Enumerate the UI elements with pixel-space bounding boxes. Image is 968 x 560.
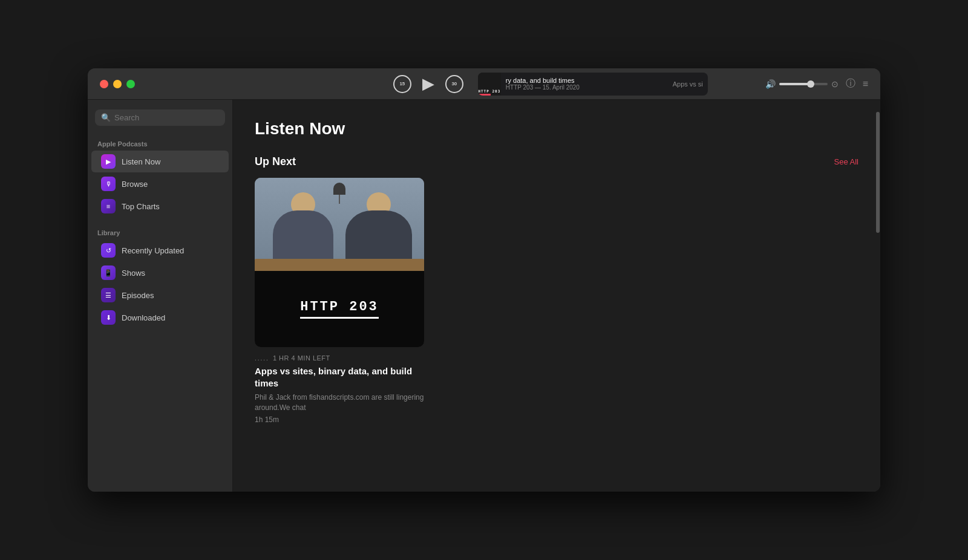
- volume-fill: [779, 83, 811, 85]
- episodes-label: Episodes: [122, 291, 154, 300]
- downloaded-icon: ⬇: [101, 310, 116, 325]
- episode-thumbnail: HTTP 203: [255, 178, 424, 347]
- volume-area: 🔊 ⊙: [765, 79, 839, 89]
- scrollbar-track[interactable]: [875, 100, 880, 492]
- forward-label: 30: [451, 81, 457, 86]
- episode-duration: 1h 15m: [255, 415, 424, 424]
- browse-icon: 🎙: [101, 177, 116, 191]
- np-subtitle: HTTP 203 — 15. April 2020: [506, 84, 668, 91]
- listen-now-label: Listen Now: [122, 157, 160, 166]
- up-next-section-header: Up Next See All: [255, 155, 858, 168]
- queue-icon[interactable]: ≡: [863, 79, 868, 90]
- sidebar: 🔍 Apple Podcasts ▶ Listen Now 🎙 Browse ≡: [88, 100, 233, 492]
- search-box[interactable]: 🔍: [95, 109, 225, 126]
- see-all-button[interactable]: See All: [834, 157, 858, 166]
- maximize-button[interactable]: [126, 80, 135, 88]
- browse-label: Browse: [122, 180, 148, 189]
- episode-card[interactable]: HTTP 203 ..... 1 HR 4 MIN LEFT Apps vs s…: [255, 178, 424, 424]
- shows-label: Shows: [122, 269, 145, 278]
- playback-controls: 15 ▶ 30: [393, 74, 463, 93]
- sidebar-item-episodes[interactable]: ☰ Episodes: [91, 284, 229, 306]
- airplay-icon[interactable]: ⊙: [831, 79, 839, 89]
- top-charts-label: Top Charts: [122, 202, 160, 211]
- sidebar-item-top-charts[interactable]: ≡ Top Charts: [91, 195, 229, 217]
- play-button[interactable]: ▶: [422, 74, 434, 93]
- episode-description: Phil & Jack from fishandscripts.com are …: [255, 392, 424, 413]
- titlebar-center: 15 ▶ 30 HTTP 203 ry data: [336, 73, 765, 96]
- listen-now-icon: ▶: [101, 154, 116, 169]
- sidebar-item-downloaded[interactable]: ⬇ Downloaded: [91, 307, 229, 328]
- close-button[interactable]: [100, 80, 108, 88]
- traffic-lights: [88, 80, 336, 88]
- search-input[interactable]: [114, 113, 219, 122]
- info-icon[interactable]: ⓘ: [846, 77, 855, 90]
- volume-slider[interactable]: [779, 83, 828, 85]
- episode-meta: ..... 1 HR 4 MIN LEFT: [255, 354, 424, 362]
- search-icon: 🔍: [101, 113, 111, 122]
- rewind-button[interactable]: 15: [393, 75, 411, 93]
- np-title: ry data, and build times: [506, 77, 668, 84]
- sidebar-item-listen-now[interactable]: ▶ Listen Now: [91, 151, 229, 172]
- now-playing-widget[interactable]: HTTP 203 ry data, and build times HTTP 2…: [478, 73, 708, 96]
- rewind-label: 15: [399, 81, 405, 86]
- titlebar: 15 ▶ 30 HTTP 203 ry data: [88, 68, 880, 100]
- sidebar-item-recently-updated[interactable]: ↺ Recently Updated: [91, 239, 229, 261]
- page-title: Listen Now: [255, 119, 858, 138]
- np-show-code: HTTP 203: [478, 89, 500, 93]
- episode-time-left: 1 HR 4 MIN LEFT: [273, 354, 330, 362]
- recently-updated-label: Recently Updated: [122, 246, 184, 255]
- episode-title[interactable]: Apps vs sites, binary data, and build ti…: [255, 365, 424, 389]
- episode-dots: .....: [255, 355, 269, 362]
- downloaded-label: Downloaded: [122, 313, 165, 322]
- forward-button[interactable]: 30: [445, 75, 463, 93]
- main-area: 🔍 Apple Podcasts ▶ Listen Now 🎙 Browse ≡: [88, 100, 880, 492]
- episodes-icon: ☰: [101, 288, 116, 302]
- recently-updated-icon: ↺: [101, 243, 116, 258]
- now-playing-info: ry data, and build times HTTP 203 — 15. …: [501, 77, 673, 91]
- sidebar-item-browse[interactable]: 🎙 Browse: [91, 173, 229, 195]
- now-playing-thumbnail: HTTP 203: [478, 73, 501, 96]
- volume-icon: 🔊: [765, 79, 776, 89]
- progress-bar: [478, 94, 491, 96]
- show-logo: HTTP 203: [300, 299, 379, 319]
- sidebar-item-shows[interactable]: 📱 Shows: [91, 262, 229, 284]
- apple-podcasts-section: Apple Podcasts: [88, 135, 232, 150]
- library-section: Library: [88, 224, 232, 239]
- shows-icon: 📱: [101, 265, 116, 280]
- minimize-button[interactable]: [113, 80, 122, 88]
- top-charts-icon: ≡: [101, 199, 116, 213]
- volume-thumb: [807, 80, 814, 88]
- main-content: Listen Now Up Next See All: [233, 100, 880, 492]
- titlebar-right: 🔊 ⊙ ⓘ ≡: [765, 77, 880, 90]
- scrollbar-thumb: [876, 112, 880, 233]
- up-next-title: Up Next: [255, 155, 296, 168]
- np-next: Apps vs si: [673, 80, 708, 88]
- app-window: 15 ▶ 30 HTTP 203 ry data: [88, 68, 880, 492]
